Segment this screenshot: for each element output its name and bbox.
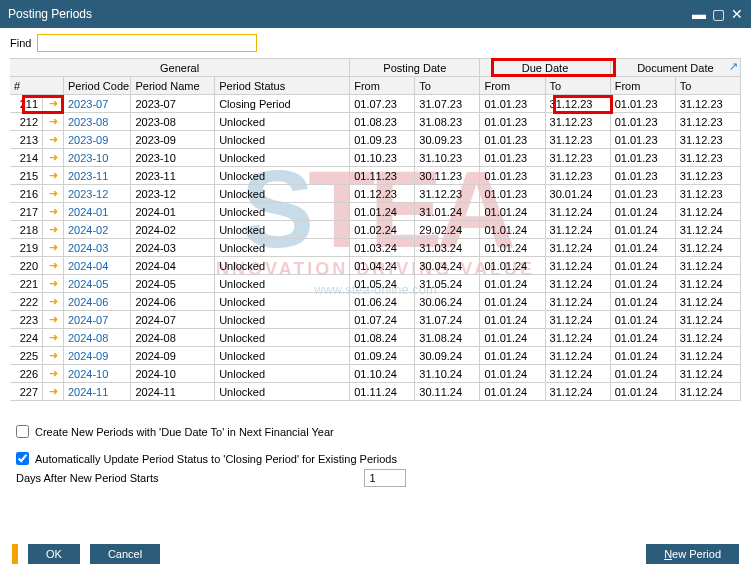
period-code[interactable]: 2024-04 xyxy=(63,257,130,275)
period-name: 2024-11 xyxy=(131,383,215,401)
period-code[interactable]: 2024-05 xyxy=(63,275,130,293)
cancel-button[interactable]: Cancel xyxy=(90,544,160,564)
auto-update-status-checkbox[interactable] xyxy=(16,452,29,465)
row-index: 225 xyxy=(10,347,43,365)
due-to: 31.12.24 xyxy=(545,239,610,257)
create-new-periods-option[interactable]: Create New Periods with 'Due Date To' in… xyxy=(16,425,735,438)
period-code[interactable]: 2023-07 xyxy=(63,95,130,113)
col-doc-from[interactable]: From xyxy=(610,77,675,95)
drill-down-icon[interactable]: ➜ xyxy=(43,275,64,293)
period-name: 2024-09 xyxy=(131,347,215,365)
table-row[interactable]: 227➜2024-112024-11Unlocked01.11.2430.11.… xyxy=(10,383,741,401)
period-code[interactable]: 2024-01 xyxy=(63,203,130,221)
table-row[interactable]: 212➜2023-082023-08Unlocked01.08.2331.08.… xyxy=(10,113,741,131)
drill-down-icon[interactable]: ➜ xyxy=(43,239,64,257)
period-code[interactable]: 2024-02 xyxy=(63,221,130,239)
col-period-code[interactable]: Period Code xyxy=(63,77,130,95)
table-row[interactable]: 211➜2023-072023-07Closing Period01.07.23… xyxy=(10,95,741,113)
period-code[interactable]: 2023-08 xyxy=(63,113,130,131)
drill-down-icon[interactable]: ➜ xyxy=(43,149,64,167)
group-document-date[interactable]: Document Date↗ xyxy=(610,59,740,77)
posting-from: 01.04.24 xyxy=(350,257,415,275)
group-due-date[interactable]: Due Date xyxy=(480,59,610,77)
period-code[interactable]: 2024-03 xyxy=(63,239,130,257)
ok-button[interactable]: OK xyxy=(28,544,80,564)
drill-down-icon[interactable]: ➜ xyxy=(43,185,64,203)
table-row[interactable]: 226➜2024-102024-10Unlocked01.10.2431.10.… xyxy=(10,365,741,383)
posting-from: 01.08.24 xyxy=(350,329,415,347)
find-input[interactable] xyxy=(37,34,257,52)
period-code[interactable]: 2024-07 xyxy=(63,311,130,329)
period-code[interactable]: 2024-08 xyxy=(63,329,130,347)
period-name: 2024-01 xyxy=(131,203,215,221)
period-status: Unlocked xyxy=(215,275,350,293)
drill-down-icon[interactable]: ➜ xyxy=(43,257,64,275)
auto-update-status-option[interactable]: Automatically Update Period Status to 'C… xyxy=(16,452,735,465)
col-period-status[interactable]: Period Status xyxy=(215,77,350,95)
table-row[interactable]: 215➜2023-112023-11Unlocked01.11.2330.11.… xyxy=(10,167,741,185)
drill-down-icon[interactable]: ➜ xyxy=(43,221,64,239)
col-due-to[interactable]: To xyxy=(545,77,610,95)
period-code[interactable]: 2024-09 xyxy=(63,347,130,365)
col-idx[interactable]: # xyxy=(10,77,63,95)
col-doc-to[interactable]: To xyxy=(675,77,740,95)
table-row[interactable]: 216➜2023-122023-12Unlocked01.12.2331.12.… xyxy=(10,185,741,203)
table-row[interactable]: 220➜2024-042024-04Unlocked01.04.2430.04.… xyxy=(10,257,741,275)
col-posting-to[interactable]: To xyxy=(415,77,480,95)
period-code[interactable]: 2023-09 xyxy=(63,131,130,149)
period-code[interactable]: 2024-11 xyxy=(63,383,130,401)
drill-down-icon[interactable]: ➜ xyxy=(43,95,64,113)
period-code[interactable]: 2024-06 xyxy=(63,293,130,311)
period-code[interactable]: 2023-10 xyxy=(63,149,130,167)
maximize-icon[interactable]: ▢ xyxy=(712,6,725,22)
drill-down-icon[interactable]: ➜ xyxy=(43,131,64,149)
drill-down-icon[interactable]: ➜ xyxy=(43,347,64,365)
drill-down-icon[interactable]: ➜ xyxy=(43,329,64,347)
group-posting-date[interactable]: Posting Date xyxy=(350,59,480,77)
table-row[interactable]: 221➜2024-052024-05Unlocked01.05.2431.05.… xyxy=(10,275,741,293)
col-posting-from[interactable]: From xyxy=(350,77,415,95)
posting-to: 31.08.23 xyxy=(415,113,480,131)
drill-down-icon[interactable]: ➜ xyxy=(43,113,64,131)
new-period-button[interactable]: New Period xyxy=(646,544,739,564)
col-due-from[interactable]: From xyxy=(480,77,545,95)
due-to: 31.12.24 xyxy=(545,257,610,275)
table-row[interactable]: 222➜2024-062024-06Unlocked01.06.2430.06.… xyxy=(10,293,741,311)
period-code[interactable]: 2024-10 xyxy=(63,365,130,383)
table-row[interactable]: 213➜2023-092023-09Unlocked01.09.2330.09.… xyxy=(10,131,741,149)
drill-down-icon[interactable]: ➜ xyxy=(43,167,64,185)
table-row[interactable]: 217➜2024-012024-01Unlocked01.01.2431.01.… xyxy=(10,203,741,221)
row-index: 221 xyxy=(10,275,43,293)
row-index: 220 xyxy=(10,257,43,275)
create-new-periods-checkbox[interactable] xyxy=(16,425,29,438)
drill-down-icon[interactable]: ➜ xyxy=(43,203,64,221)
drill-down-icon[interactable]: ➜ xyxy=(43,293,64,311)
group-general[interactable]: General xyxy=(10,59,350,77)
period-code[interactable]: 2023-12 xyxy=(63,185,130,203)
table-row[interactable]: 224➜2024-082024-08Unlocked01.08.2431.08.… xyxy=(10,329,741,347)
close-icon[interactable]: ✕ xyxy=(731,6,743,22)
table-row[interactable]: 219➜2024-032024-03Unlocked01.03.2431.03.… xyxy=(10,239,741,257)
row-index: 219 xyxy=(10,239,43,257)
doc-from: 01.01.24 xyxy=(610,239,675,257)
drill-down-icon[interactable]: ➜ xyxy=(43,383,64,401)
table-row[interactable]: 225➜2024-092024-09Unlocked01.09.2430.09.… xyxy=(10,347,741,365)
drill-down-icon[interactable]: ➜ xyxy=(43,365,64,383)
days-after-input[interactable] xyxy=(364,469,406,487)
posting-from: 01.02.24 xyxy=(350,221,415,239)
row-index: 213 xyxy=(10,131,43,149)
due-to: 31.12.23 xyxy=(545,113,610,131)
period-code[interactable]: 2023-11 xyxy=(63,167,130,185)
expand-icon[interactable]: ↗ xyxy=(729,60,738,73)
table-row[interactable]: 223➜2024-072024-07Unlocked01.07.2431.07.… xyxy=(10,311,741,329)
table-row[interactable]: 214➜2023-102023-10Unlocked01.10.2331.10.… xyxy=(10,149,741,167)
doc-to: 31.12.23 xyxy=(675,149,740,167)
doc-from: 01.01.24 xyxy=(610,203,675,221)
col-period-name[interactable]: Period Name xyxy=(131,77,215,95)
minimize-icon[interactable]: ▬ xyxy=(692,6,706,22)
doc-from: 01.01.24 xyxy=(610,275,675,293)
posting-to: 31.12.23 xyxy=(415,185,480,203)
find-bar: Find xyxy=(0,28,751,58)
table-row[interactable]: 218➜2024-022024-02Unlocked01.02.2429.02.… xyxy=(10,221,741,239)
drill-down-icon[interactable]: ➜ xyxy=(43,311,64,329)
